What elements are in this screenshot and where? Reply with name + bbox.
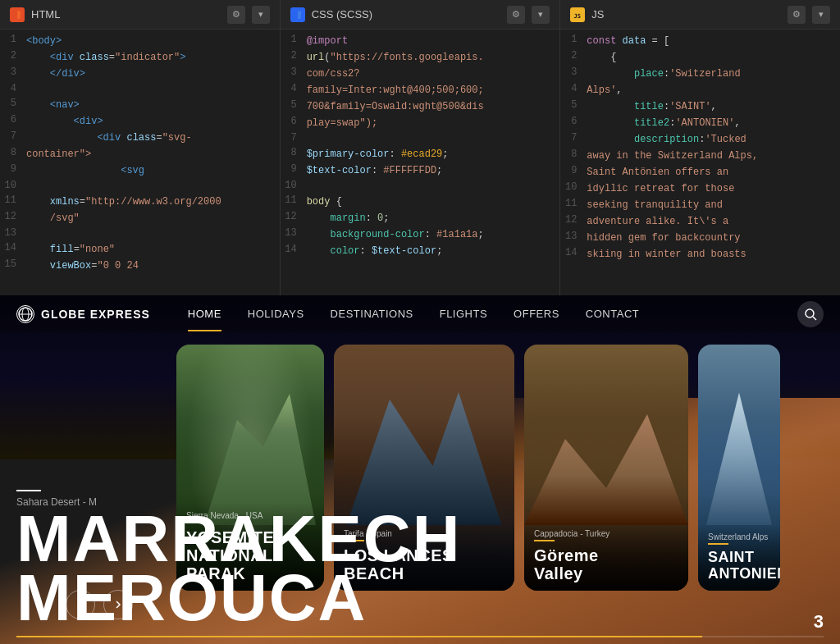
code-line: 11body { [281,194,560,210]
css-tab-icon [290,7,305,22]
code-line: 3 </div> [0,66,280,82]
code-line: 5700&family=Oswald:wght@500&dis [281,98,560,115]
code-line: 14 fill="none" [0,241,280,258]
js-collapse-btn[interactable]: ▾ [812,6,830,24]
editor-section: HTML ⚙ ▾ 1<body> 2 <div class="indicator… [0,0,840,295]
card-title1: SAINT [708,550,770,566]
code-line: 13hidden gem for backcountry [560,230,840,246]
svg-text:JS: JS [574,12,581,19]
dest-card-goreme[interactable]: Cappadocia - Turkey Göreme Valley [524,345,688,591]
nav-link-flights[interactable]: FLIGHTS [427,308,500,320]
js-tab-icon: JS [570,7,585,22]
code-line: 10 [0,179,280,194]
main-title-line1: MARRAKECH [16,509,461,569]
nav-link-home[interactable]: HOME [175,308,235,320]
nav-link-contact[interactable]: CONTACT [573,308,652,320]
js-editor-body: 1const data = [ 2 { 3 place:'Switzerland… [560,30,840,295]
card-bottom: Cappadocia - Turkey Göreme Valley [524,521,688,591]
code-line: 7 [281,131,560,146]
css-editor-body: 1@import 2url("https://fonts.googleapis.… [281,30,560,295]
code-line: 13 [0,226,280,241]
code-line: 2 <div class="indicator"> [0,49,280,66]
code-line: 14skiing in winter and boasts [560,246,840,263]
code-line: 10 [281,179,560,194]
code-line: 3com/css2? [281,66,560,82]
code-line: 2url("https://fonts.googleapis. [281,49,560,66]
card-title2: Valley [534,564,678,582]
code-line: 1<body> [0,33,280,49]
css-tab-controls: ⚙ ▾ [507,6,550,24]
css-settings-btn[interactable]: ⚙ [507,6,525,24]
code-line: 8away in the Switzerland Alps, [560,148,840,164]
js-panel: JS JS ⚙ ▾ 1const data = [ 2 { 3 place:'S… [560,0,840,295]
code-line: 8$primary-color: #ecad29; [281,146,560,162]
card-location: Switzerland Alps [708,532,770,541]
code-line: 2 { [560,49,840,66]
js-tab-title: JS [591,8,604,21]
css-tab-title: CSS (SCSS) [312,8,372,21]
code-line: 12 /svg" [0,210,280,226]
card-bottom: Switzerland Alps SAINT ANTONIEN [698,524,780,591]
card-title1: Göreme [534,546,678,564]
search-button[interactable] [797,301,824,327]
js-tab: JS JS ⚙ ▾ [560,0,840,30]
code-line: 6 <div> [0,113,280,130]
code-line: 8container"> [0,146,280,162]
html-tab-title: HTML [31,8,60,21]
tab-left: HTML [10,7,60,22]
nav-link-offers[interactable]: OFFERS [500,308,573,320]
code-line: 10idyllic retreat for those [560,180,840,197]
code-line: 5 <nav> [0,97,280,113]
code-line: 11seeking tranquility and [560,197,840,213]
code-line: 7 description:'Tucked [560,131,840,148]
dest-card-saint-antonien[interactable]: Switzerland Alps SAINT ANTONIEN [698,345,780,591]
code-line: 13 background-color: #1a1a1a; [281,226,560,243]
code-line: 6 title2:'ANTONIEN', [560,115,840,131]
code-line: 4 [0,82,280,97]
code-line: 9Saint Antönien offers an [560,164,840,180]
js-tab-controls: ⚙ ▾ [788,6,830,24]
code-line: 12adventure alike. It\'s a [560,213,840,230]
nav-logo: GLOBE EXPRESS [16,305,150,323]
svg-line-10 [813,317,816,320]
prev-arrow[interactable] [66,590,95,619]
code-line: 1@import [281,33,560,49]
html-settings-btn[interactable]: ⚙ [227,6,245,24]
card-dash [534,540,555,541]
progress-bar [16,636,824,637]
css-panel: CSS (SCSS) ⚙ ▾ 1@import 2url("https://fo… [281,0,561,295]
code-line: 1const data = [ [560,33,840,49]
code-line: 7 <div class="svg- [0,130,280,146]
html-editor-body: 1<body> 2 <div class="indicator"> 3 </di… [0,30,280,295]
nav-link-holidays[interactable]: HOLIDAYS [235,308,317,320]
code-line: 11 xmlns="http://www.w3.org/2000 [0,194,280,210]
code-line: 4Alps', [560,82,840,98]
svg-point-9 [806,309,814,317]
globe-icon [16,305,34,323]
html-tab-icon [10,7,25,22]
nav-link-destinations[interactable]: DESTINATIONS [317,308,427,320]
code-line: 9 <svg [0,162,280,179]
main-dash [16,490,41,491]
js-settings-btn[interactable]: ⚙ [788,6,806,24]
navbar: GLOBE EXPRESS HOME HOLIDAYS DESTINATIONS… [0,295,840,332]
nav-arrows [66,590,133,619]
html-tab: HTML ⚙ ▾ [0,0,280,30]
logo-text: GLOBE EXPRESS [41,308,150,321]
css-tab: CSS (SCSS) ⚙ ▾ [281,0,560,30]
slide-number: 3 [814,611,824,633]
card-location: Cappadocia - Turkey [534,529,678,538]
code-line: 14 color: $text-color; [281,243,560,259]
code-line: 4family=Inter:wght@400;500;600; [281,82,560,98]
progress-fill [16,636,702,637]
preview-section: GLOBE EXPRESS HOME HOLIDAYS DESTINATIONS… [0,295,840,644]
html-collapse-btn[interactable]: ▾ [252,6,270,24]
code-line: 5 title:'SAINT', [560,98,840,115]
html-tab-controls: ⚙ ▾ [227,6,270,24]
card-title2: ANTONIEN [708,566,770,582]
code-line: 12 margin: 0; [281,210,560,226]
code-line: 3 place:'Switzerland [560,66,840,82]
js-tab-left: JS JS [570,7,604,22]
next-arrow[interactable] [103,590,133,619]
css-collapse-btn[interactable]: ▾ [532,6,550,24]
